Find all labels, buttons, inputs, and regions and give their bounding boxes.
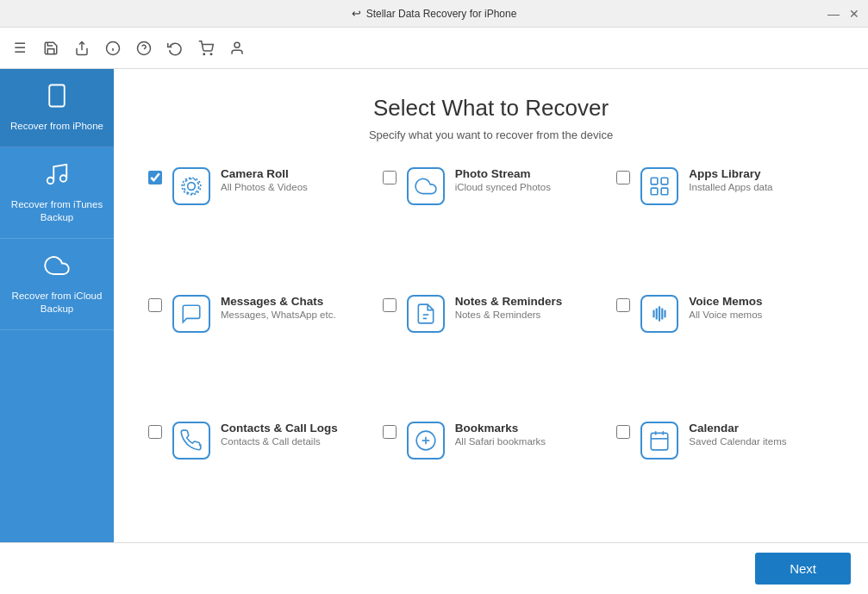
- contacts-call-logs-name: Contacts & Call Logs: [221, 422, 338, 435]
- photo-stream-icon: [407, 167, 445, 205]
- svg-point-11: [47, 178, 54, 184]
- sidebar: Recover from iPhone Recover from iTunes …: [0, 69, 114, 542]
- camera-roll-icon: [172, 167, 210, 205]
- bookmarks-text: Bookmarks All Safari bookmarks: [455, 422, 546, 447]
- messages-chats-checkbox[interactable]: [148, 298, 162, 312]
- svg-point-6: [203, 53, 205, 55]
- calendar-checkbox[interactable]: [616, 425, 630, 439]
- next-button[interactable]: Next: [755, 553, 851, 585]
- option-notes-reminders: Notes & Reminders Notes & Reminders: [383, 295, 600, 398]
- cart-icon[interactable]: [197, 39, 215, 58]
- svg-point-13: [188, 183, 196, 191]
- svg-point-8: [234, 42, 240, 47]
- notes-reminders-desc: Notes & Reminders: [455, 310, 563, 320]
- menu-icon[interactable]: ☰: [10, 39, 29, 58]
- sidebar-label-itunes: Recover from iTunes Backup: [7, 198, 107, 224]
- notes-reminders-name: Notes & Reminders: [455, 295, 563, 308]
- voice-memos-checkbox[interactable]: [616, 298, 630, 312]
- camera-roll-desc: All Photos & Videos: [221, 182, 308, 192]
- info-icon[interactable]: [103, 39, 122, 58]
- calendar-text: Calendar Saved Calendar items: [689, 422, 786, 447]
- share-icon[interactable]: [72, 39, 91, 58]
- svg-rect-31: [652, 434, 669, 450]
- camera-roll-checkbox[interactable]: [148, 171, 162, 184]
- svg-rect-17: [652, 188, 659, 195]
- messages-chats-desc: Messages, WhatsApp etc.: [221, 310, 336, 320]
- svg-point-14: [184, 178, 198, 193]
- calendar-icon: [640, 422, 678, 460]
- option-apps-library: Apps Library Installed Apps data: [616, 167, 834, 271]
- cloud-icon: [44, 253, 70, 284]
- svg-rect-18: [661, 188, 668, 195]
- sidebar-label-icloud: Recover from iCloud Backup: [7, 290, 107, 316]
- option-bookmarks: Bookmarks All Safari bookmarks: [383, 422, 600, 525]
- messages-chats-text: Messages & Chats Messages, WhatsApp etc.: [221, 295, 336, 320]
- music-icon: [44, 161, 70, 193]
- titlebar-title: ↩ Stellar Data Recovery for iPhone: [352, 7, 517, 20]
- titlebar: ↩ Stellar Data Recovery for iPhone — ✕: [0, 0, 868, 28]
- option-photo-stream: Photo Stream iCloud synced Photos: [383, 167, 600, 271]
- bookmarks-icon: [407, 422, 445, 460]
- apps-library-icon: [640, 167, 678, 205]
- option-camera-roll: Camera Roll All Photos & Videos: [148, 167, 365, 271]
- notes-reminders-checkbox[interactable]: [383, 298, 397, 312]
- option-calendar: Calendar Saved Calendar items: [616, 422, 834, 525]
- contacts-call-logs-text: Contacts & Call Logs Contacts & Call det…: [221, 422, 338, 447]
- photo-stream-checkbox[interactable]: [383, 171, 397, 184]
- content-area: Select What to Recover Specify what you …: [114, 69, 868, 542]
- photo-stream-desc: iCloud synced Photos: [455, 182, 551, 192]
- page-subtitle: Specify what you want to recover from th…: [148, 128, 834, 141]
- sidebar-item-recover-icloud[interactable]: Recover from iCloud Backup: [0, 239, 114, 330]
- svg-point-7: [210, 53, 212, 55]
- bookmarks-name: Bookmarks: [455, 422, 546, 435]
- notes-reminders-text: Notes & Reminders Notes & Reminders: [455, 295, 563, 320]
- contacts-call-logs-desc: Contacts & Call details: [221, 436, 338, 447]
- option-voice-memos: Voice Memos All Voice memos: [616, 295, 834, 398]
- voice-memos-icon: [640, 295, 678, 333]
- notes-reminders-icon: [407, 295, 445, 333]
- sidebar-label-iphone: Recover from iPhone: [10, 120, 103, 133]
- calendar-desc: Saved Calendar items: [689, 436, 786, 447]
- titlebar-controls: — ✕: [827, 7, 861, 21]
- main-layout: Recover from iPhone Recover from iTunes …: [0, 69, 868, 542]
- messages-chats-icon: [172, 295, 210, 333]
- calendar-name: Calendar: [689, 422, 786, 435]
- photo-stream-text: Photo Stream iCloud synced Photos: [455, 167, 551, 192]
- user-icon[interactable]: [228, 39, 247, 58]
- svg-rect-16: [661, 178, 668, 184]
- voice-memos-name: Voice Memos: [689, 295, 762, 308]
- page-title: Select What to Recover: [148, 95, 834, 122]
- apps-library-text: Apps Library Installed Apps data: [689, 167, 772, 192]
- apps-library-desc: Installed Apps data: [689, 182, 772, 192]
- messages-chats-name: Messages & Chats: [221, 295, 336, 308]
- svg-point-12: [60, 175, 67, 182]
- bookmarks-checkbox[interactable]: [383, 425, 397, 439]
- bookmarks-desc: All Safari bookmarks: [455, 436, 546, 447]
- help-icon[interactable]: [134, 39, 153, 58]
- contacts-call-logs-checkbox[interactable]: [148, 425, 162, 439]
- apps-library-checkbox[interactable]: [616, 171, 630, 184]
- camera-roll-name: Camera Roll: [221, 167, 308, 180]
- footer: Next: [0, 542, 868, 594]
- voice-memos-desc: All Voice memos: [689, 310, 762, 320]
- minimize-button[interactable]: —: [827, 7, 840, 21]
- toolbar: ☰: [0, 28, 868, 69]
- sidebar-item-recover-iphone[interactable]: Recover from iPhone: [0, 69, 114, 147]
- svg-rect-15: [652, 178, 659, 184]
- close-button[interactable]: ✕: [847, 7, 861, 21]
- voice-memos-text: Voice Memos All Voice memos: [689, 295, 762, 320]
- sidebar-item-recover-itunes[interactable]: Recover from iTunes Backup: [0, 147, 114, 239]
- apps-library-name: Apps Library: [689, 167, 772, 180]
- options-grid: Camera Roll All Photos & Videos Photo St…: [148, 167, 834, 525]
- camera-roll-text: Camera Roll All Photos & Videos: [221, 167, 308, 192]
- save-icon[interactable]: [41, 39, 60, 58]
- option-contacts-call-logs: Contacts & Call Logs Contacts & Call det…: [148, 422, 365, 525]
- iphone-icon: [44, 83, 70, 115]
- refresh-icon[interactable]: [165, 39, 184, 58]
- photo-stream-name: Photo Stream: [455, 167, 551, 180]
- option-messages-chats: Messages & Chats Messages, WhatsApp etc.: [148, 295, 365, 398]
- contacts-call-logs-icon: [172, 422, 210, 460]
